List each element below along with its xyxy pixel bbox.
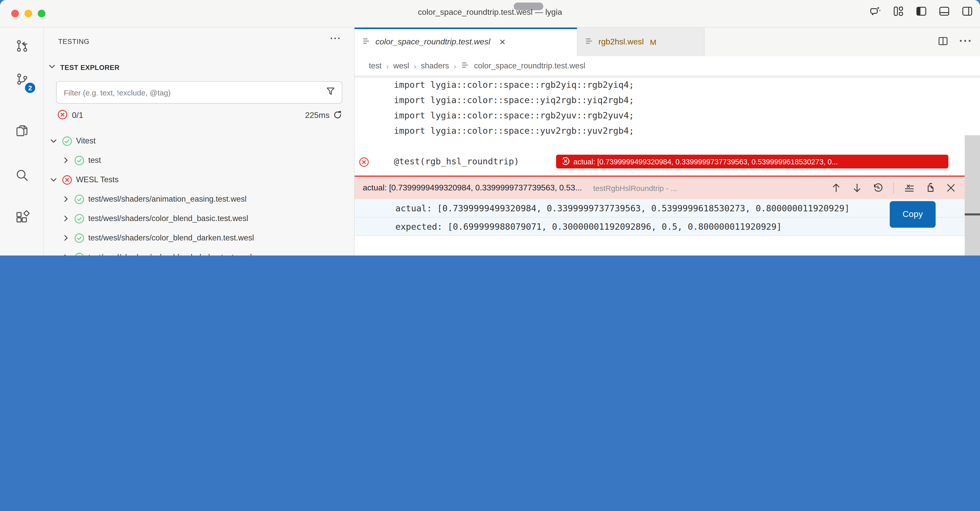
toggle-primary-sidebar-icon[interactable] xyxy=(916,6,927,17)
inline-error-message[interactable]: actual: [0.7399999499320984, 0.339999973… xyxy=(556,155,948,168)
activity-bar-item-source-control[interactable]: 2 xyxy=(0,68,43,93)
test-tree-item[interactable]: test/wesl/shaders/color_blend_basic.test… xyxy=(44,209,354,228)
more-icon[interactable] xyxy=(959,34,972,50)
chevron-down-icon xyxy=(49,136,58,145)
filter-list-icon[interactable] xyxy=(904,182,915,193)
customize-layout-icon[interactable] xyxy=(893,6,904,17)
test-tree-item[interactable]: test xyxy=(44,150,354,170)
activity-bar-item-pull-request[interactable] xyxy=(0,35,43,59)
tab-close-button[interactable]: × xyxy=(500,36,505,48)
test-tree-item[interactable]: Vitest xyxy=(44,131,354,150)
pass-icon xyxy=(74,213,85,224)
pass-icon xyxy=(74,155,85,166)
rerun-icon[interactable] xyxy=(332,109,343,121)
peek-result-row[interactable]: actual: [0.7399999499320984, 0.339999973… xyxy=(355,199,965,217)
arrow-down-icon[interactable] xyxy=(851,182,863,193)
test-explorer-section-header[interactable]: TEST EXPLORER xyxy=(48,62,119,72)
code-text: import lygia::color::space::rgb2yiq::rgb… xyxy=(394,77,634,93)
activity-bar-item-search[interactable] xyxy=(0,164,43,188)
test-tree-item[interactable]: test/wesl/shaders/color_blend_dodge.test… xyxy=(44,248,354,256)
code-text: import lygia::color::space::yiq2rgb::yiq… xyxy=(394,93,634,108)
sidebar-more-button[interactable]: ⋯ xyxy=(329,33,341,44)
copy-button[interactable]: Copy xyxy=(890,201,935,228)
chevron-down-icon xyxy=(48,62,56,72)
filter-funnel-icon[interactable] xyxy=(326,86,336,99)
peek-header[interactable]: actual: [0.7399999499320984, 0.339999973… xyxy=(355,177,965,199)
scrollbar-error-marker xyxy=(965,213,980,216)
peek-title: actual: [0.7399999499320984, 0.339999973… xyxy=(363,183,582,192)
file-icon xyxy=(585,37,593,47)
fail-circle-icon xyxy=(57,109,68,122)
vscode-window: color_space_roundtrip.test.wesl — lygia … xyxy=(0,0,980,256)
window-title: color_space_roundtrip.test.wesl — lygia xyxy=(0,8,980,17)
pass-icon xyxy=(74,233,85,243)
titlebar-actions xyxy=(870,6,973,17)
chevron-right-icon xyxy=(61,195,70,204)
test-tree-label: test/wesl/shaders/animation_easing.test.… xyxy=(88,195,247,204)
arrow-up-icon[interactable] xyxy=(830,182,842,193)
code-editor[interactable]: import lygia::color::space::rgb2yiq::rgb… xyxy=(355,75,980,256)
code-text: import lygia::color::space::yuv2rgb::yuv… xyxy=(394,123,634,138)
code-line: @test(rgb_hsl_roundtrip)actual: [0.73999… xyxy=(355,154,965,169)
tab-label: color_space_roundtrip.test.wesl xyxy=(375,37,490,46)
activity-bar-item-files[interactable] xyxy=(0,120,43,144)
toggle-panel-icon[interactable] xyxy=(939,6,950,17)
code-line: import lygia::color::space::rgb2yiq::rgb… xyxy=(355,77,965,93)
code-line: import lygia::color::space::yiq2rgb::yiq… xyxy=(355,93,965,108)
test-tree-item[interactable]: WESL Tests xyxy=(44,170,354,189)
activity-bar-item-hierarchy[interactable] xyxy=(0,250,43,256)
breadcrumb-separator: › xyxy=(414,62,416,70)
chevron-right-icon xyxy=(61,214,70,223)
code-line xyxy=(355,138,965,154)
chevron-down-icon xyxy=(49,175,58,184)
breadcrumb-item[interactable]: color_space_roundtrip.test.wesl xyxy=(474,61,585,70)
error-circle-icon xyxy=(561,156,570,167)
pass-icon xyxy=(74,252,85,256)
tab-label: rgb2hsl.wesl xyxy=(598,37,644,46)
open-file-icon[interactable] xyxy=(924,182,935,193)
code-text: import lygia::color::space::rgb2yuv::rgb… xyxy=(394,108,634,123)
search-icon xyxy=(15,168,28,184)
peek-context: testRgbHslRoundtrip - ... xyxy=(593,184,677,192)
test-tree-label: test xyxy=(88,156,101,165)
pull-request-icon xyxy=(15,39,28,54)
title-bar: color_space_roundtrip.test.wesl — lygia xyxy=(0,0,980,27)
tab-color_space_roundtrip.test.wesl[interactable]: color_space_roundtrip.test.wesl× xyxy=(355,27,578,56)
history-icon[interactable] xyxy=(872,182,884,193)
breadcrumb-item[interactable]: shaders xyxy=(421,61,449,70)
breadcrumb-item[interactable]: test xyxy=(369,61,382,70)
chevron-right-icon xyxy=(61,156,70,165)
split-editor-icon[interactable] xyxy=(938,35,948,48)
toggle-secondary-sidebar-icon[interactable] xyxy=(962,6,973,17)
code-text: @test(rgb_hsl_roundtrip) xyxy=(394,154,519,169)
breadcrumb-separator: › xyxy=(453,62,456,70)
peek-toolbar xyxy=(830,182,956,193)
breadcrumb-item[interactable]: wesl xyxy=(393,61,409,70)
test-tree: VitesttestWESL Teststest/wesl/shaders/an… xyxy=(44,131,354,256)
editor-scrollbar[interactable] xyxy=(965,135,980,256)
code-line: import lygia::color::space::yuv2rgb::yuv… xyxy=(355,123,965,138)
test-tree-label: test/wesl/shaders/color_blend_dodge.test… xyxy=(88,253,252,256)
test-filter-input[interactable] xyxy=(63,88,326,97)
fail-icon[interactable] xyxy=(359,157,368,166)
file-icon xyxy=(461,61,469,71)
test-tree-item[interactable]: test/wesl/shaders/animation_easing.test.… xyxy=(44,189,354,209)
close-icon[interactable] xyxy=(945,182,956,193)
sidebar-title: TESTING xyxy=(58,38,89,45)
test-duration: 225ms xyxy=(305,111,329,120)
pass-icon xyxy=(62,136,72,146)
editor-actions xyxy=(938,27,972,56)
activity-badge: 2 xyxy=(24,82,36,94)
modified-badge: M xyxy=(650,38,656,46)
tab-rgb2hsl.wesl[interactable]: rgb2hsl.weslM xyxy=(578,27,705,56)
code-line: import lygia::color::space::rgb2yuv::rgb… xyxy=(355,108,965,123)
inline-error-text: actual: [0.7399999499320984, 0.339999973… xyxy=(573,158,838,166)
copilot-chat-icon[interactable] xyxy=(870,6,881,17)
test-tree-label: WESL Tests xyxy=(76,175,119,184)
files-icon xyxy=(15,124,28,139)
activity-bar-item-extensions[interactable] xyxy=(0,206,43,230)
chevron-right-icon xyxy=(61,233,70,243)
peek-result-row[interactable]: expected: [0.699999988079071, 0.30000001… xyxy=(355,217,965,236)
test-tree-label: Vitest xyxy=(76,136,95,145)
test-tree-item[interactable]: test/wesl/shaders/color_blend_darken.tes… xyxy=(44,228,354,248)
